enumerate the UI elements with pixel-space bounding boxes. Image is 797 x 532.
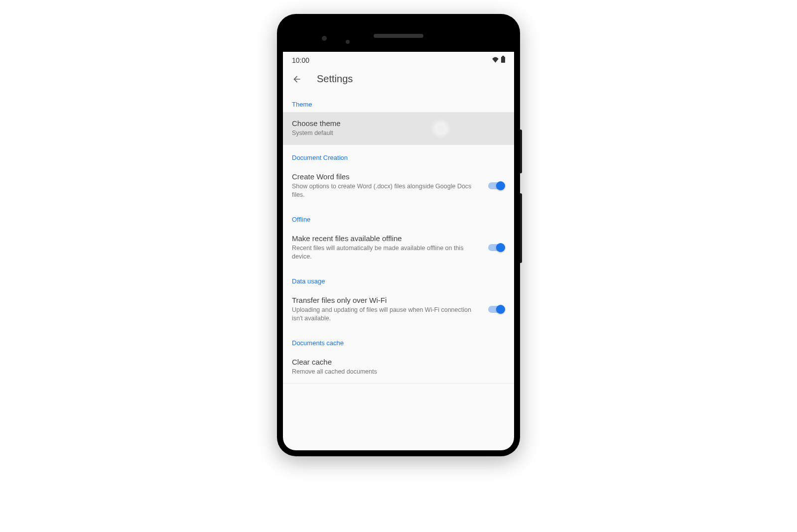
section-header-document-creation: Document Creation: [283, 145, 514, 165]
back-button[interactable]: [292, 74, 302, 84]
phone-bezel-top: [283, 20, 514, 52]
wifi-icon: [492, 56, 499, 64]
status-time: 10:00: [292, 56, 309, 64]
switch-make-recent-offline[interactable]: [487, 243, 505, 253]
setting-choose-theme[interactable]: Choose theme System default: [283, 112, 514, 145]
touch-ripple: [436, 124, 445, 133]
camera-sensor-small: [346, 40, 350, 44]
setting-transfer-wifi-only[interactable]: Transfer files only over Wi-Fi Uploading…: [283, 289, 514, 330]
setting-title: Clear cache: [292, 358, 505, 366]
switch-thumb: [496, 181, 505, 190]
setting-create-word-files[interactable]: Create Word files Show options to create…: [283, 165, 514, 207]
switch-transfer-wifi-only[interactable]: [487, 304, 505, 314]
switch-thumb: [496, 243, 505, 252]
section-header-offline: Offline: [283, 207, 514, 227]
svg-rect-0: [501, 57, 505, 63]
setting-subtitle: Show options to create Word (.docx) file…: [292, 182, 481, 200]
setting-subtitle: Uploading and updating of files will pau…: [292, 306, 481, 323]
phone-speaker: [374, 34, 423, 38]
svg-rect-1: [502, 56, 504, 57]
phone-screen: 10:00 Settings Theme: [283, 52, 514, 450]
setting-clear-cache[interactable]: Clear cache Remove all cached documents: [283, 351, 514, 384]
app-bar: Settings: [283, 66, 514, 92]
phone-volume-button: [520, 193, 522, 263]
battery-icon: [501, 56, 505, 64]
divider: [283, 383, 514, 384]
section-header-data-usage: Data usage: [283, 268, 514, 289]
setting-subtitle: Recent files will automatically be made …: [292, 244, 481, 262]
section-header-theme: Theme: [283, 92, 514, 112]
switch-thumb: [496, 305, 505, 314]
setting-title: Choose theme: [292, 119, 430, 128]
setting-title: Make recent files available offline: [292, 234, 481, 243]
phone-power-button: [520, 130, 522, 173]
page-title: Settings: [317, 73, 353, 85]
setting-title: Create Word files: [292, 172, 481, 181]
section-header-documents-cache: Documents cache: [283, 330, 514, 351]
setting-title: Transfer files only over Wi-Fi: [292, 296, 481, 304]
setting-subtitle: System default: [292, 129, 430, 138]
arrow-back-icon: [292, 74, 302, 84]
camera-sensor: [322, 36, 327, 41]
setting-make-recent-offline[interactable]: Make recent files available offline Rece…: [283, 227, 514, 268]
settings-content: Theme Choose theme System default Docume…: [283, 92, 514, 384]
status-icons: [492, 56, 505, 64]
phone-frame: 10:00 Settings Theme: [277, 14, 520, 456]
status-bar: 10:00: [283, 52, 514, 66]
switch-create-word-files[interactable]: [487, 181, 505, 191]
setting-subtitle: Remove all cached documents: [292, 368, 505, 377]
